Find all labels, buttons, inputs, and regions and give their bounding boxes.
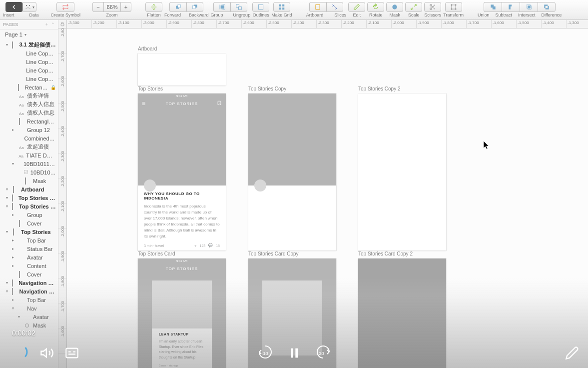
difference-button[interactable]: [538, 2, 556, 12]
artboard-top-stories-copy2[interactable]: Top Stories Copy 2: [358, 94, 446, 250]
forward-button[interactable]: [169, 2, 186, 12]
artboard-label: Top Stories Copy: [248, 86, 286, 92]
scale-button[interactable]: [405, 2, 422, 12]
edit-button[interactable]: [348, 2, 365, 12]
ruler-horizontal[interactable]: -3,300-3,200-3,100-3,000-2,900-2,800-2,7…: [67, 20, 588, 28]
svg-rect-10: [258, 4, 263, 9]
avatar: [144, 180, 156, 192]
intersect-button[interactable]: [520, 2, 538, 12]
union-button[interactable]: [484, 2, 502, 12]
make-grid-button[interactable]: [273, 2, 290, 12]
artboard-top-stories-copy[interactable]: Top Stories Copy: [248, 94, 336, 250]
comment-icon[interactable]: 💬: [208, 244, 213, 248]
layer-row[interactable]: ▾Navigation Copy: [1, 287, 56, 296]
layer-row[interactable]: Combined Shape: [1, 134, 56, 142]
svg-point-22: [451, 8, 452, 10]
page-row[interactable]: Page 1▾: [0, 30, 58, 40]
collapse-pages-icon[interactable]: ⌃: [51, 22, 55, 27]
layer-row[interactable]: ▾Artboard: [1, 185, 56, 194]
layer-row[interactable]: Line Copy 13: [1, 66, 56, 74]
zoom-in-button[interactable]: +: [120, 2, 131, 12]
forward-button[interactable]: 30: [315, 344, 331, 362]
layer-row[interactable]: Rectangle 5🔒: [1, 83, 56, 92]
zoom-value[interactable]: 66%: [103, 2, 120, 12]
layer-row[interactable]: ▸Status Bar: [1, 244, 56, 253]
mask-button[interactable]: [386, 2, 403, 12]
pause-button[interactable]: [287, 346, 301, 360]
zoom-out-button[interactable]: −: [92, 2, 103, 12]
rotate-button[interactable]: [367, 2, 384, 12]
layer-row[interactable]: ▸Group 12: [1, 126, 56, 134]
canvas-area[interactable]: -3,300-3,200-3,100-3,000-2,900-2,800-2,7…: [58, 20, 588, 368]
layer-row[interactable]: ▸Top Bar: [1, 296, 56, 304]
layer-row[interactable]: ▸Top Bar: [1, 236, 56, 244]
artboard-button[interactable]: [309, 2, 326, 12]
add-page-icon[interactable]: +: [45, 22, 48, 27]
svg-rect-30: [66, 348, 77, 358]
rewind-button[interactable]: 10: [257, 344, 273, 362]
card-title: LEAN STARTUP: [159, 332, 205, 336]
svg-point-21: [455, 4, 456, 6]
layer-row[interactable]: 10BD101142…: [1, 168, 56, 176]
status-bar: 9:41 AM: [138, 258, 226, 264]
label: Subtract: [495, 12, 512, 18]
layer-row[interactable]: ▾3.1 发起催债-个人: [1, 40, 56, 49]
transform-button[interactable]: [445, 2, 462, 12]
svg-rect-13: [279, 8, 281, 10]
heart-icon[interactable]: ♥: [194, 244, 196, 248]
svg-rect-5: [193, 6, 196, 9]
label: Flatten: [147, 12, 161, 18]
layer-row[interactable]: ▾Nav: [1, 304, 56, 312]
layer-row[interactable]: Mask: [1, 176, 56, 185]
label: Ungroup: [233, 12, 251, 18]
group-button[interactable]: [213, 2, 230, 12]
layer-row[interactable]: ▾10BD10114217C…: [1, 160, 56, 168]
artboard-top-stories[interactable]: Top Stories 9:41 AM ☰ TOP STORIES WHY YO…: [138, 94, 226, 250]
layer-row[interactable]: Line Copy 11: [1, 58, 56, 66]
layer-row[interactable]: ▾Top Stories Copy 2: [1, 194, 56, 202]
layer-row[interactable]: Mask: [1, 321, 56, 330]
flatten-button[interactable]: [145, 2, 162, 12]
menu-icon[interactable]: ☰: [142, 102, 146, 106]
ruler-origin[interactable]: [58, 20, 67, 28]
top-bar: ☰ TOP STORIES: [138, 98, 226, 108]
layer-row[interactable]: ▸Content: [1, 262, 56, 270]
subtitles-icon[interactable]: [65, 346, 79, 360]
layer-row[interactable]: ▸Avatar: [1, 253, 56, 262]
layer-row[interactable]: Rectangle 5: [1, 117, 56, 126]
label: Scale: [408, 12, 420, 18]
artboard-blank[interactable]: Artboard: [138, 54, 226, 86]
svg-point-20: [451, 4, 452, 6]
ungroup-button[interactable]: [230, 2, 247, 12]
layer-row[interactable]: Line Copy 10: [1, 74, 56, 83]
layer-row[interactable]: Cover: [1, 270, 56, 278]
bookmark-icon[interactable]: [217, 100, 222, 106]
slices-button[interactable]: [326, 2, 343, 12]
layer-row[interactable]: Aa发起追债: [1, 142, 56, 151]
outlines-button[interactable]: [252, 2, 269, 12]
layer-row[interactable]: ▾Top Stories: [1, 228, 56, 236]
label: Zoom: [106, 12, 118, 18]
layer-row[interactable]: Cover: [1, 219, 56, 228]
layer-row[interactable]: Aa债权人信息: [1, 108, 56, 117]
layer-row[interactable]: Aa债务人信息: [1, 100, 56, 108]
svg-point-18: [430, 8, 432, 10]
create-symbol-button[interactable]: [56, 2, 74, 12]
layer-row[interactable]: ▾Avatar: [1, 312, 56, 321]
edit-icon[interactable]: [565, 346, 579, 360]
insert-dropdown[interactable]: ▾: [22, 2, 36, 12]
svg-point-16: [393, 4, 397, 9]
subtract-button[interactable]: [502, 2, 520, 12]
scissors-button[interactable]: [424, 2, 441, 12]
volume-icon[interactable]: [40, 346, 54, 360]
artboard-label: Top Stories Card Copy: [248, 251, 299, 256]
ruler-vertical[interactable]: -2,800-2,700-2,600-2,500-2,400-2,300-2,2…: [58, 28, 67, 368]
layer-row[interactable]: Line Copy 12: [1, 49, 56, 58]
layer-row[interactable]: ▾Navigation Copy 2: [1, 278, 56, 287]
layer-row[interactable]: ▾Top Stories Copy: [1, 202, 56, 210]
layer-row[interactable]: AaTIATE DEBT.: [1, 151, 56, 160]
backward-button[interactable]: [186, 2, 203, 12]
back-button[interactable]: [5, 2, 22, 12]
layer-row[interactable]: ▸Group: [1, 210, 56, 219]
layer-row[interactable]: Aa债务详情: [1, 92, 56, 100]
